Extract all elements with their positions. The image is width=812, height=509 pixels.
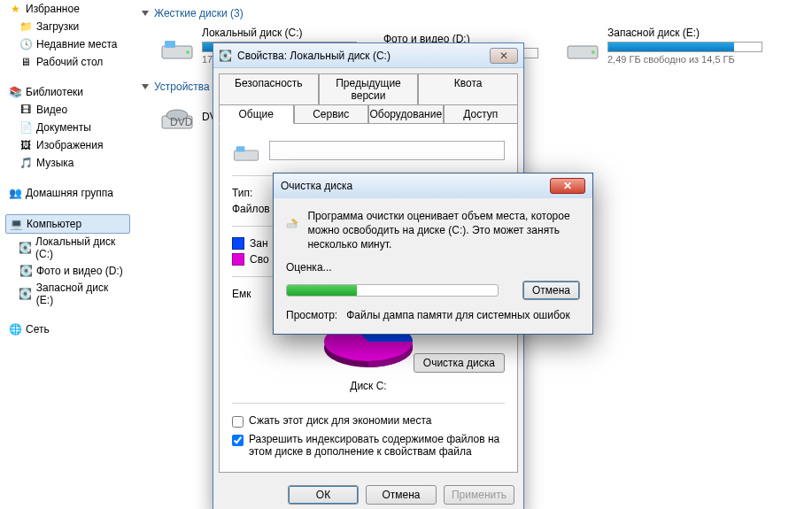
nav-documents[interactable]: 📄Документы [16,119,130,136]
homegroup-icon: 👥 [8,186,22,200]
tab-hardware[interactable]: Оборудование [368,104,444,124]
video-icon: 🎞 [19,103,33,117]
dialog-title: Свойства: Локальный диск (C:) [237,50,391,62]
nav-label: Сеть [26,323,50,335]
nav-computer[interactable]: 💻Компьютер [5,214,130,234]
nav-label: Компьютер [27,218,81,230]
nav-label: Видео [36,104,67,116]
nav-label: Недавние места [36,38,117,50]
music-icon: 🎵 [19,156,33,170]
nav-pictures[interactable]: 🖼Изображения [16,136,130,154]
section-title: Устройства [154,81,210,93]
nav-libraries[interactable]: 📚Библиотеки [5,83,130,101]
close-icon: ✕ [563,180,572,192]
nav-label: Рабочий стол [36,56,103,68]
tab-tools[interactable]: Сервис [294,104,369,124]
svg-rect-1 [165,41,175,48]
broom-drive-icon [286,209,298,237]
nav-label: Документы [36,121,91,134]
drive-small-icon: 💽 [219,50,232,62]
progress-bar [286,284,499,297]
nav-disk-c[interactable]: 💽Локальный диск (C:) [16,234,130,262]
drive-icon [159,28,195,64]
svg-point-2 [186,50,189,54]
star-icon: ★ [8,2,22,16]
nav-label: Запасной диск (E:) [36,281,128,306]
used-legend-icon [232,237,244,250]
nav-label: Локальный диск (C:) [35,235,128,260]
folder-down-icon: 📁 [19,19,33,34]
free-label: Сво [250,253,269,266]
evaluating-label: Оценка... [286,261,580,274]
tab-sharing[interactable]: Доступ [444,104,519,124]
cleanup-desc: Программа очистки оценивает объем места,… [307,209,580,252]
drive-name-input[interactable] [269,141,505,160]
disk-name: Запасной диск (E:) [607,27,762,39]
free-legend-icon [232,253,244,266]
nav-music[interactable]: 🎵Музыка [16,154,130,172]
tab-quota[interactable]: Квота [418,73,518,105]
desktop-icon: 🖥 [19,55,33,69]
nav-label: Избранное [26,3,80,15]
svg-point-4 [592,50,595,54]
nav-network[interactable]: 🌐Сеть [5,320,130,338]
close-icon: ✕ [499,50,508,62]
disk-pie-label: Диск C: [232,380,505,392]
nav-homegroup[interactable]: 👥Домашняя группа [5,184,130,202]
drive-icon [232,136,260,165]
drive-icon: 💽 [19,287,33,301]
nav-label: Музыка [36,157,73,169]
sidebar-nav: ★Избранное 📁Загрузки 🕓Недавние места 🖥Ра… [0,0,130,351]
svg-text:DVD: DVD [170,116,193,128]
dvd-icon: DVD [159,100,195,135]
close-button[interactable]: ✕ [550,178,585,194]
nav-label: Домашняя группа [26,187,113,199]
chevron-down-icon [142,84,149,89]
tab-strip: Безопасность Предыдущие версии Квота Общ… [213,68,523,123]
drive-icon [565,28,600,64]
chevron-down-icon [142,11,149,16]
tab-previous-versions[interactable]: Предыдущие версии [319,73,419,105]
disk-free-text: 2,49 ГБ свободно из 14,5 ГБ [607,54,762,65]
section-hard-drives[interactable]: Жесткие диски (3) [142,7,803,19]
used-label: Зан [250,237,268,250]
nav-label: Загрузки [36,20,79,33]
disk-usage-bar [607,42,762,52]
recent-icon: 🕓 [19,37,33,51]
network-icon: 🌐 [8,322,22,336]
computer-icon: 💻 [9,217,23,231]
nav-disk-d[interactable]: 💽Фото и видео (D:) [16,262,130,280]
libraries-icon: 📚 [8,85,22,99]
index-checkbox[interactable] [232,435,244,446]
nav-favorites[interactable]: ★Избранное [5,0,130,18]
nav-disk-e[interactable]: 💽Запасной диск (E:) [16,280,130,308]
cleanup-titlebar[interactable]: Очистка диска ✕ [274,174,592,198]
cleanup-dialog: Очистка диска ✕ Программа очистки оценив… [273,173,593,335]
apply-button[interactable]: Применить [444,485,514,505]
nav-videos[interactable]: 🎞Видео [16,101,130,119]
titlebar[interactable]: 💽 Свойства: Локальный диск (C:) ✕ [213,43,523,68]
close-button[interactable]: ✕ [490,48,518,64]
cancel-button[interactable]: Отмена [522,281,580,300]
cleanup-title: Очистка диска [281,180,352,192]
disk-name: Локальный диск (C:) [202,27,357,39]
nav-recent[interactable]: 🕓Недавние места [16,35,130,53]
disk-card-e[interactable]: Запасной диск (E:) 2,49 ГБ свободно из 1… [565,27,762,65]
viewing-label: Просмотр: [286,309,337,321]
nav-label: Библиотеки [26,86,83,98]
svg-rect-12 [287,224,297,228]
tab-general[interactable]: Общие [219,104,294,124]
document-icon: 📄 [19,120,33,135]
svg-rect-8 [234,150,258,160]
ok-button[interactable]: ОК [288,485,359,505]
cancel-button[interactable]: Отмена [366,485,437,505]
compress-checkbox[interactable] [232,416,244,428]
section-title: Жесткие диски (3) [154,7,244,19]
tab-security[interactable]: Безопасность [219,73,319,105]
nav-label: Изображения [36,139,103,151]
drive-icon: 💽 [19,241,32,255]
svg-rect-9 [236,146,245,151]
drive-icon: 💽 [19,264,33,278]
nav-desktop[interactable]: 🖥Рабочий стол [16,53,130,71]
nav-downloads[interactable]: 📁Загрузки [16,18,130,35]
